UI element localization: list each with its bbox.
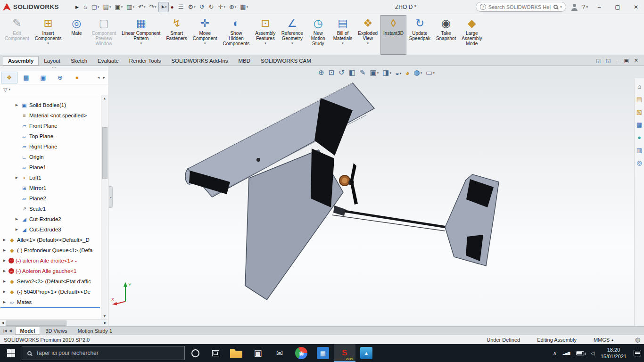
expand-arrow-icon[interactable]: ▶: [14, 176, 19, 180]
pane-toggle-left-icon[interactable]: ◱: [595, 58, 600, 64]
displaymanager-tab[interactable]: ●: [69, 72, 85, 83]
select-tool-button[interactable]: ➤▾: [158, 2, 169, 12]
pan-button[interactable]: ✛▾: [216, 2, 227, 12]
pane-toggle-right-icon[interactable]: ◲: [606, 58, 611, 64]
close-document-icon[interactable]: ✕: [634, 58, 638, 64]
redraw-button[interactable]: ↻: [207, 2, 216, 12]
show-hidden-components-button[interactable]: ◐ Show Hidden Components: [220, 15, 253, 55]
home-button[interactable]: ⌂: [82, 2, 90, 12]
configurationmanager-tab[interactable]: ▣: [35, 72, 51, 83]
edit-appearance-icon[interactable]: ◕: [405, 69, 410, 77]
sketch-filter-icon[interactable]: ✎: [360, 68, 366, 77]
start-button[interactable]: [0, 344, 22, 362]
web-help-icon[interactable]: ◍: [635, 336, 640, 343]
task-view-button[interactable]: [212, 350, 219, 356]
file-properties-button[interactable]: ☰: [176, 2, 186, 12]
zoom-button[interactable]: ⊕▾: [227, 2, 238, 12]
previous-view-icon[interactable]: ↺: [339, 68, 345, 77]
prev-tab-arrow-icon[interactable]: ◀: [9, 329, 11, 333]
tab-render-tools[interactable]: Render Tools: [124, 56, 166, 66]
save-button[interactable]: ▣▾: [113, 2, 124, 12]
menu-flyout-arrow-icon[interactable]: ▶: [75, 5, 79, 9]
scrollbar-thumb[interactable]: [102, 127, 107, 179]
help-search-input[interactable]: [488, 4, 551, 10]
scroll-right-icon[interactable]: ▶: [104, 321, 107, 325]
hidden-icons-chevron[interactable]: ∧: [553, 350, 557, 356]
scroll-up-icon[interactable]: ▲: [103, 97, 107, 100]
calculator-taskbar-button[interactable]: ▦: [312, 344, 334, 362]
forum-tab-icon[interactable]: ◎: [636, 159, 642, 166]
taskbar-search[interactable]: [22, 346, 185, 360]
expand-arrow-icon[interactable]: ▶: [2, 259, 7, 263]
tree-item[interactable]: ▱ Plane2: [0, 193, 100, 204]
options-button[interactable]: ⚙▾: [186, 2, 198, 12]
view-settings-icon[interactable]: ▭▾: [426, 68, 435, 77]
panel-tabs-scroll-right[interactable]: ►: [101, 76, 107, 79]
expand-arrow-icon[interactable]: ▶: [14, 103, 19, 107]
featuremanager-tab[interactable]: ❖: [1, 72, 17, 83]
scrollbar-thumb[interactable]: [6, 321, 66, 326]
tree-item[interactable]: ▱ Right Plane: [0, 141, 100, 152]
taskbar-search-input[interactable]: [36, 350, 179, 356]
design-library-tab-icon[interactable]: ▤: [636, 96, 642, 103]
expand-arrow-icon[interactable]: ▶: [14, 217, 19, 221]
tree-item[interactable]: ▶ ◆ Servo2<2> (Défaut<Etat d'affic: [0, 276, 100, 287]
photos-taskbar-button[interactable]: ▲: [355, 344, 377, 362]
search-caret-icon[interactable]: ▾: [560, 5, 562, 9]
zoom-to-area-icon[interactable]: ⊡: [329, 68, 335, 77]
large-assembly-mode-button[interactable]: ◆ Large Assembly Mode: [459, 15, 485, 55]
model-tab[interactable]: Model: [15, 327, 41, 335]
update-speedpak-button[interactable]: ↻ Update Speedpak: [406, 15, 433, 55]
tree-item[interactable]: ▶ ◆ (-) Profondeur Queue<1> (Defa: [0, 245, 100, 255]
rebuild-button[interactable]: ●: [169, 2, 176, 12]
tab-layout[interactable]: Layout: [39, 56, 66, 66]
component-preview-window-button[interactable]: ▢ Component Preview Window: [89, 15, 119, 55]
dimxpertmanager-tab[interactable]: ⊕: [52, 72, 68, 83]
linear-component-pattern-button[interactable]: ▦ Linear Component Pattern ▾: [119, 15, 163, 55]
help-button[interactable]: ?▾: [582, 4, 588, 10]
tree-item[interactable]: ▶ – (-) Aoleron Aile gauche<1: [0, 266, 100, 276]
new-motion-study-button[interactable]: ◷ New Motion Study: [306, 15, 330, 55]
microsoft-store-taskbar-button[interactable]: ▣: [247, 344, 269, 362]
network-icon[interactable]: ▂▄▆: [563, 351, 570, 355]
restore-document-icon[interactable]: ▣: [624, 58, 628, 64]
assembly-features-button[interactable]: ⊡ Assembly Features ▾: [252, 15, 278, 55]
new-document-button[interactable]: ▢▾: [90, 2, 101, 12]
home-tab-icon[interactable]: ⌂: [637, 83, 641, 90]
exploded-view-button[interactable]: ❖ Exploded View ▾: [355, 15, 380, 55]
minimize-button[interactable]: –: [592, 1, 606, 13]
file-explorer-tab-icon[interactable]: ▧: [636, 108, 642, 115]
user-icon[interactable]: [570, 3, 578, 11]
solidworks-taskbar-button[interactable]: S 2019: [334, 344, 355, 362]
tree-item[interactable]: ▶ ◢ Cut-Extrude2: [0, 214, 100, 224]
assembly-3d-model[interactable]: [109, 66, 644, 326]
panel-collapse-handle[interactable]: ◂: [109, 186, 113, 208]
tree-item[interactable]: ∟ Origin: [0, 152, 100, 162]
propertymanager-tab[interactable]: ▤: [18, 72, 34, 83]
open-document-button[interactable]: ▤▾: [101, 2, 113, 12]
tree-item[interactable]: ▶ ▣ Solid Bodies(1): [0, 100, 100, 110]
close-button[interactable]: ✕: [629, 1, 643, 13]
panel-splitter-handle[interactable]: ⋯: [0, 66, 108, 71]
tree-item[interactable]: ▱ Front Plane: [0, 121, 100, 131]
motion-study-1-tab[interactable]: Motion Study 1: [73, 327, 117, 335]
bill-of-materials-button[interactable]: ▤ Bill of Materials ▾: [330, 15, 355, 55]
print-button[interactable]: ▥▾: [124, 2, 136, 12]
chrome-taskbar-button[interactable]: ◉: [290, 344, 312, 362]
panel-tabs-scroll-left[interactable]: ◄: [96, 76, 101, 79]
view-orientation-icon[interactable]: ▣▾: [370, 68, 379, 77]
cortana-button[interactable]: [191, 349, 199, 357]
tree-item[interactable]: ▶ ∞ Mates: [0, 297, 100, 307]
tab-evaluate[interactable]: Evaluate: [92, 56, 124, 66]
view-refresh-button[interactable]: ↺: [198, 2, 207, 12]
tree-item[interactable]: ≡ Material <not specified>: [0, 110, 100, 121]
expand-arrow-icon[interactable]: ▶: [2, 269, 7, 273]
take-snapshot-button[interactable]: ◉ Take Snapshot: [433, 15, 459, 55]
first-tab-arrow-icon[interactable]: |◀: [3, 329, 7, 333]
expand-arrow-icon[interactable]: ▶: [2, 280, 7, 283]
battery-icon[interactable]: [576, 351, 584, 355]
scroll-left-icon[interactable]: ◀: [1, 321, 4, 325]
reference-geometry-button[interactable]: ∠ Reference Geometry ▾: [279, 15, 306, 55]
insert-components-button[interactable]: ⊞ Insert Components ▾: [32, 15, 65, 55]
3d-views-tab[interactable]: 3D Views: [40, 327, 72, 335]
